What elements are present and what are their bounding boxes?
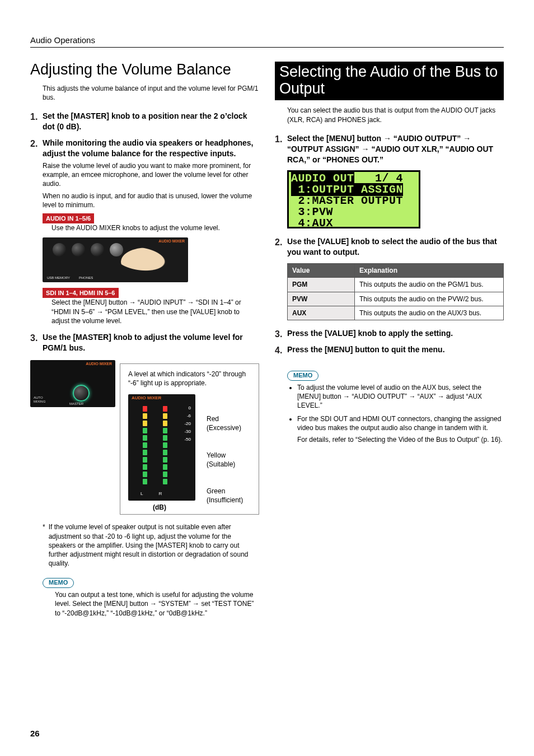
arrow-icon: → — [383, 134, 391, 143]
right-intro: You can select the audio bus that is out… — [287, 106, 504, 124]
arrow-icon: → — [193, 600, 199, 608]
memo-item-1: To adjust the volume level of audio on t… — [297, 383, 504, 410]
page-number: 26 — [30, 728, 40, 739]
label-r: R — [158, 491, 162, 497]
text-frag: “AUDIO OUTPUT” — [394, 134, 463, 143]
lcd-row-3: 2:MASTER OUTPUT — [291, 195, 416, 207]
text-frag: “AUDIO INPUT” — [138, 298, 188, 306]
r-step-3-body: Press the [VALUE] knob to apply the sett… — [287, 328, 504, 339]
chip-a-text: Use the AUDIO MIXER knobs to adjust the … — [51, 223, 259, 232]
memo-list: To adjust the volume level of audio on t… — [297, 383, 504, 444]
step-num: 1. — [30, 111, 43, 134]
step-num: 3. — [30, 332, 43, 356]
db-marks: 0 -6 -20 -30 -50 — [181, 405, 191, 445]
level-box: A level at which indicators “-20” throug… — [120, 363, 259, 515]
table-row: AUX This outputs the audio on the AUX/3 … — [288, 306, 504, 320]
label-master: MASTER — [69, 402, 83, 406]
step-2-p2: When no audio is input, and for audio th… — [43, 192, 259, 209]
step-num: 2. — [275, 236, 287, 260]
level-labels: Red (Excessive) Yellow (Suitable) Green … — [207, 414, 243, 522]
right-steps-2: 2. Use the [VALUE] knob to select the au… — [275, 236, 504, 260]
arrow-icon: → — [150, 600, 157, 608]
hand-icon — [119, 243, 184, 284]
left-intro: This adjusts the volume balance of input… — [43, 84, 259, 102]
r-step-2-body: Use the [VALUE] knob to select the audio… — [287, 236, 504, 258]
sublist-audio-in: AUDIO IN 1–5/6 Use the AUDIO MIXER knobs… — [43, 213, 259, 282]
knob-icon — [53, 243, 66, 256]
footnote: * If the volume level of speaker output … — [43, 522, 259, 568]
db-6: -6 — [181, 413, 191, 421]
lr-labels: L R — [140, 491, 162, 497]
th-explanation: Explanation — [355, 264, 504, 278]
arrow-icon: → — [129, 298, 136, 306]
sublist-sdi-hdmi: SDI IN 1–4, HDMI IN 5–6 Select the [MENU… — [43, 288, 259, 325]
lcd-row-4: 3:PVW — [291, 207, 416, 218]
table-header-row: Value Explanation — [288, 264, 504, 278]
level-caption: A level at which indicators “-20” throug… — [128, 370, 251, 388]
r-step-1: 1. Select the [MENU] button → “AUDIO OUT… — [275, 133, 504, 167]
db-50: -50 — [181, 437, 191, 445]
level-yellow: Yellow (Suitable) — [207, 451, 243, 469]
memo-text: You can output a test tone, which is use… — [55, 590, 259, 618]
cell-value: AUX — [288, 306, 355, 320]
text-frag: “SYSTEM” — [158, 600, 193, 608]
text-frag: For details, refer to “Selecting the Vid… — [297, 435, 504, 444]
text-frag: Select the [MENU] button — [51, 298, 129, 306]
arrow-icon: → — [97, 308, 104, 316]
label-audio-mixer: AUDIO MIXER — [86, 361, 112, 366]
cell-explanation: This outputs the audio on the PVW/2 bus. — [355, 292, 504, 306]
r-step-4: 4. Press the [MENU] button to quit the m… — [275, 344, 504, 357]
lcd-row-2: 1:OUTPUT ASSIGN — [291, 184, 416, 195]
db-20: -20 — [181, 421, 191, 429]
cell-explanation: This outputs the audio on the PGM/1 bus. — [355, 278, 504, 292]
lcd-row-5: 4:AUX — [291, 218, 416, 229]
content-columns: Adjusting the Volume Balance This adjust… — [30, 62, 504, 618]
label-audio-mixer: AUDIO MIXER — [132, 395, 161, 402]
knob-icon — [91, 243, 104, 256]
step-num: 3. — [275, 328, 287, 341]
label-audio-mixer: AUDIO MIXER — [158, 239, 185, 244]
step-2-p1: Raise the volume level of audio you want… — [43, 161, 259, 189]
table-row: PVW This outputs the audio on the PVW/2 … — [288, 292, 504, 306]
level-red: Red (Excessive) — [207, 414, 243, 432]
left-column: Adjusting the Volume Balance This adjust… — [30, 62, 259, 618]
text-frag: For the SDI OUT and HDMI OUT connectors,… — [297, 414, 504, 432]
knob-icon — [72, 243, 85, 256]
page-header: Audio Operations — [30, 35, 504, 48]
right-column: Selecting the Audio of the Bus to Output… — [275, 62, 504, 618]
lcd-row-1: AUDIO OUT 1/ 4 — [291, 173, 416, 184]
level-meter: AUDIO MIXER 0 -6 -20 -30 -50 — [128, 391, 195, 503]
db-0: 0 — [181, 405, 191, 413]
label-auto-mixing: AUTO MIXING — [34, 396, 45, 404]
r-step-2: 2. Use the [VALUE] knob to select the au… — [275, 236, 504, 260]
step-3: 3. Use the [MASTER] knob to adjust the v… — [30, 332, 259, 356]
knob-icon — [110, 243, 123, 256]
chip-sdi-hdmi: SDI IN 1–4, HDMI IN 5–6 — [43, 288, 119, 298]
label-l: L — [140, 491, 143, 497]
meter-left — [143, 404, 147, 484]
th-value: Value — [288, 264, 355, 278]
level-meter-panel: AUDIO MIXER 0 -6 -20 -30 -50 — [128, 394, 195, 501]
arrow-icon: → — [438, 393, 444, 400]
bus-table: Value Explanation PGM This outputs the a… — [287, 263, 504, 320]
left-title: Adjusting the Volume Balance — [30, 62, 259, 78]
text-frag: “AUDIO OUTPUT” — [352, 393, 409, 400]
step-1-body: Set the [MASTER] knob to a position near… — [43, 111, 259, 132]
text-frag: Select the [MENU] button — [287, 134, 383, 143]
level-green: Green (Insufficient) — [207, 487, 243, 505]
section-title: Audio Operations — [30, 35, 95, 45]
panel-row: AUDIO MIXER AUTO MIXING MASTER A level a… — [30, 360, 259, 515]
illustration-master-knob: AUDIO MIXER AUTO MIXING MASTER — [30, 360, 115, 407]
arrow-icon: → — [463, 134, 471, 143]
footnote-text: If the volume level of speaker output is… — [49, 522, 259, 568]
lcd-screen: AUDIO OUT 1/ 4 1:OUTPUT ASSIGN 2:MASTER … — [287, 170, 420, 228]
cell-explanation: This outputs the audio on the AUX/3 bus. — [355, 306, 504, 320]
table-row: PGM This outputs the audio on the PGM/1 … — [288, 278, 504, 292]
memo-badge: MEMO — [287, 371, 318, 381]
memo-item-2: For the SDI OUT and HDMI OUT connectors,… — [297, 414, 504, 444]
meter-right — [163, 404, 167, 484]
step-2-body: While monitoring the audio via speakers … — [43, 138, 259, 159]
r-step-3: 3. Press the [VALUE] knob to apply the s… — [275, 328, 504, 341]
memo-badge: MEMO — [43, 578, 74, 588]
master-knob-icon — [73, 385, 90, 402]
